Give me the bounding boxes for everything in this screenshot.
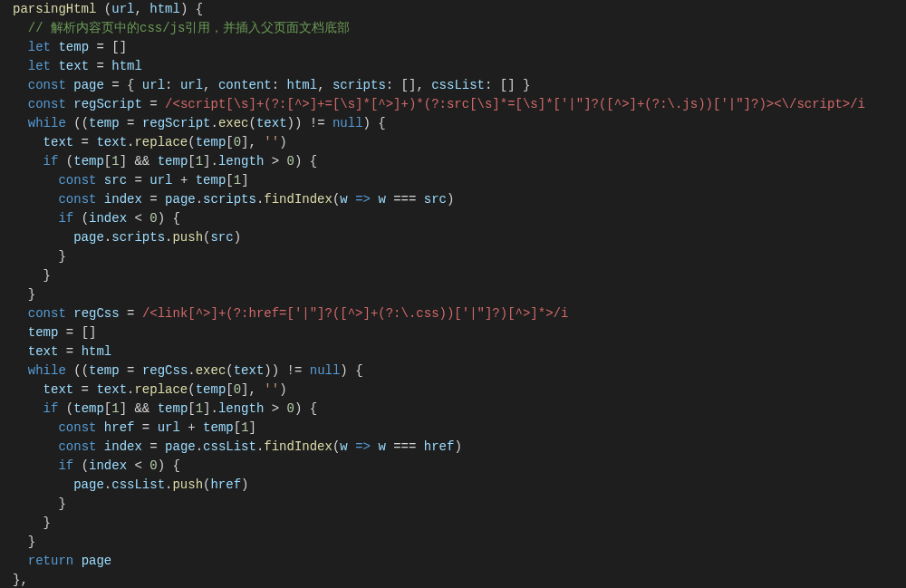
code-line[interactable]: let temp = [] <box>13 38 906 57</box>
code-line[interactable]: let text = html <box>13 57 906 76</box>
code-line[interactable]: const page = { url: url, content: html, … <box>13 76 906 95</box>
code-line[interactable]: while ((temp = regScript.exec(text)) != … <box>13 114 906 133</box>
code-line[interactable]: if (temp[1] && temp[1].length > 0) { <box>13 152 906 171</box>
code-line[interactable]: temp = [] <box>13 323 906 342</box>
code-line[interactable]: while ((temp = regCss.exec(text)) != nul… <box>13 361 906 381</box>
code-line[interactable]: } <box>13 514 906 533</box>
code-line[interactable]: const src = url + temp[1] <box>13 171 906 190</box>
code-line[interactable]: const index = page.cssList.findIndex(w =… <box>13 438 906 457</box>
code-line[interactable]: page.cssList.push(href) <box>13 476 906 495</box>
code-line[interactable]: const index = page.scripts.findIndex(w =… <box>13 190 906 209</box>
code-line[interactable]: text = html <box>13 342 906 361</box>
code-line[interactable]: if (temp[1] && temp[1].length > 0) { <box>13 400 906 419</box>
code-line[interactable]: // 解析内容页中的css/js引用，并插入父页面文档底部 <box>13 19 906 38</box>
code-line[interactable]: } <box>13 247 906 266</box>
code-line[interactable]: const regScript = /<script[\s]+(?:[^>]+=… <box>13 95 906 114</box>
code-line[interactable]: if (index < 0) { <box>13 457 906 476</box>
code-line[interactable]: }, <box>13 571 906 588</box>
code-line[interactable]: page.scripts.push(src) <box>13 228 906 247</box>
code-line[interactable]: text = text.replace(temp[0], '') <box>13 133 906 152</box>
code-line[interactable]: if (index < 0) { <box>13 209 906 228</box>
code-line[interactable]: return page <box>13 552 906 571</box>
code-line[interactable]: } <box>13 266 906 285</box>
code-line[interactable]: const href = url + temp[1] <box>13 419 906 438</box>
code-line[interactable]: text = text.replace(temp[0], '') <box>13 381 906 400</box>
code-line[interactable]: parsingHtml (url, html) { <box>13 0 906 19</box>
code-line[interactable]: const regCss = /<link[^>]+(?:href=['|"]?… <box>13 304 906 323</box>
code-editor[interactable]: parsingHtml (url, html) { // 解析内容页中的css/… <box>0 0 906 588</box>
code-line[interactable]: } <box>13 285 906 304</box>
code-line[interactable]: } <box>13 533 906 552</box>
code-line[interactable]: } <box>13 495 906 514</box>
